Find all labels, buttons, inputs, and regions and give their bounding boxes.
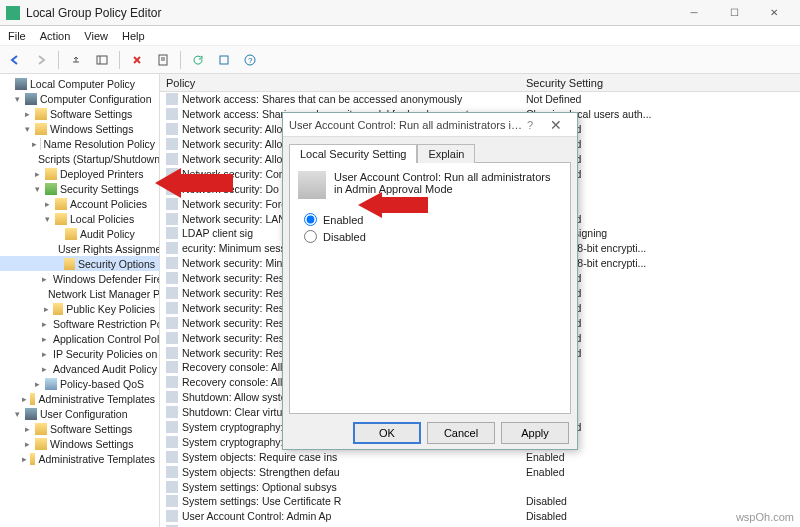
close-button[interactable]: ✕ (754, 1, 794, 25)
dialog-close-button[interactable]: ✕ (541, 117, 571, 133)
tree-expand-icon[interactable]: ▸ (32, 169, 42, 179)
tree-expand-icon[interactable]: ▸ (42, 274, 47, 284)
tree-node[interactable]: ▸Policy-based QoS (0, 376, 159, 391)
tree-node[interactable]: Scripts (Startup/Shutdown) (0, 151, 159, 166)
tree-node[interactable]: ▸Account Policies (0, 196, 159, 211)
tree-expand-icon[interactable]: ▸ (42, 319, 47, 329)
list-item[interactable]: User Account Control: Admin ApDisabled (160, 509, 800, 524)
policy-icon (166, 436, 178, 448)
tree-expand-icon[interactable]: ▸ (32, 379, 42, 389)
title-bar: Local Group Policy Editor ─ ☐ ✕ (0, 0, 800, 26)
list-item[interactable]: System settings: Use Certificate RDisabl… (160, 494, 800, 509)
tree-node[interactable]: ▸Public Key Policies (0, 301, 159, 316)
refresh-button[interactable] (187, 49, 209, 71)
dialog-help-button[interactable]: ? (527, 119, 533, 131)
forward-button[interactable] (30, 49, 52, 71)
tree-expand-icon[interactable]: ▸ (42, 349, 47, 359)
ok-button[interactable]: OK (353, 422, 421, 444)
list-item[interactable]: System objects: Strengthen defauEnabled (160, 464, 800, 479)
tree-icon (40, 138, 41, 150)
column-security-setting[interactable]: Security Setting (520, 77, 800, 89)
tree-expand-icon[interactable]: ▸ (42, 304, 50, 314)
tree-label: Scripts (Startup/Shutdown) (38, 153, 160, 165)
tree-expand-icon[interactable]: ▸ (22, 394, 27, 404)
apply-button[interactable]: Apply (501, 422, 569, 444)
help-button[interactable]: ? (239, 49, 261, 71)
tree-expand-icon[interactable]: ▾ (42, 214, 52, 224)
delete-button[interactable] (126, 49, 148, 71)
tree-node[interactable]: ▾Computer Configuration (0, 91, 159, 106)
tree-node[interactable]: ▸Advanced Audit Policy Config (0, 361, 159, 376)
tree-node[interactable]: ▸Application Control Policies (0, 331, 159, 346)
properties-button[interactable] (152, 49, 174, 71)
list-item[interactable]: System settings: Optional subsys (160, 479, 800, 494)
tree-node[interactable]: ▸Software Settings (0, 106, 159, 121)
tree-label: Local Policies (70, 213, 134, 225)
list-item[interactable]: Network access: Shares that can be acces… (160, 92, 800, 107)
tree-label: Computer Configuration (40, 93, 151, 105)
tree-node[interactable]: ▸Name Resolution Policy (0, 136, 159, 151)
dialog-policy-name: User Account Control: Run all administra… (334, 171, 562, 195)
tree-expand-icon[interactable]: ▸ (32, 139, 37, 149)
menu-file[interactable]: File (8, 30, 26, 42)
minimize-button[interactable]: ─ (674, 1, 714, 25)
tree-node[interactable]: ▾User Configuration (0, 406, 159, 421)
column-policy[interactable]: Policy (160, 77, 520, 89)
tab-explain[interactable]: Explain (417, 144, 475, 163)
tree-expand-icon[interactable]: ▾ (12, 409, 22, 419)
menu-view[interactable]: View (84, 30, 108, 42)
tree-label: Software Settings (50, 108, 132, 120)
tree-node[interactable]: ▾Security Settings (0, 181, 159, 196)
policy-icon (166, 347, 178, 359)
radio-disabled[interactable]: Disabled (304, 230, 562, 243)
tree-node[interactable]: ▸IP Security Policies on Local C (0, 346, 159, 361)
maximize-button[interactable]: ☐ (714, 1, 754, 25)
back-button[interactable] (4, 49, 26, 71)
tree-expand-icon[interactable]: ▸ (42, 364, 47, 374)
tree-node[interactable]: ▸Software Restriction Policies (0, 316, 159, 331)
radio-disabled-input[interactable] (304, 230, 317, 243)
tree-label: Security Options (78, 258, 155, 270)
radio-enabled-input[interactable] (304, 213, 317, 226)
tree-expand-icon[interactable]: ▸ (22, 109, 32, 119)
show-hide-tree-button[interactable] (91, 49, 113, 71)
tree-icon (15, 78, 27, 90)
tree-expand-icon[interactable]: ▸ (42, 334, 47, 344)
tree-node[interactable]: Audit Policy (0, 226, 159, 241)
tree-node[interactable]: Security Options (0, 256, 159, 271)
dialog-title-bar[interactable]: User Account Control: Run all administra… (283, 113, 577, 137)
tree-expand-icon[interactable]: ▾ (12, 94, 22, 104)
policy-icon (166, 332, 178, 344)
navigation-tree[interactable]: Local Computer Policy▾Computer Configura… (0, 74, 160, 527)
tab-local-security-setting[interactable]: Local Security Setting (289, 144, 417, 163)
radio-enabled[interactable]: Enabled (304, 213, 562, 226)
tree-expand-icon[interactable]: ▸ (22, 424, 32, 434)
up-button[interactable] (65, 49, 87, 71)
dialog-tab-content: User Account Control: Run all administra… (289, 162, 571, 414)
tree-expand-icon[interactable]: ▾ (22, 124, 32, 134)
tree-node[interactable]: ▸Software Settings (0, 421, 159, 436)
tree-node[interactable]: ▸Windows Settings (0, 436, 159, 451)
tree-node[interactable]: ▾Local Policies (0, 211, 159, 226)
tree-label: Application Control Policies (53, 333, 160, 345)
tree-node[interactable]: User Rights Assignment (0, 241, 159, 256)
tree-label: Policy-based QoS (60, 378, 144, 390)
tree-expand-icon[interactable]: ▾ (32, 184, 42, 194)
tree-node[interactable]: ▸Administrative Templates (0, 391, 159, 406)
tree-node[interactable]: ▾Windows Settings (0, 121, 159, 136)
menu-help[interactable]: Help (122, 30, 145, 42)
menu-action[interactable]: Action (40, 30, 71, 42)
tree-node[interactable]: ▸Deployed Printers (0, 166, 159, 181)
tree-expand-icon[interactable]: ▸ (22, 439, 32, 449)
tree-expand-icon[interactable]: ▸ (22, 454, 27, 464)
tree-icon (45, 168, 57, 180)
export-button[interactable] (213, 49, 235, 71)
tree-node[interactable]: ▸Administrative Templates (0, 451, 159, 466)
policy-icon (298, 171, 326, 199)
tree-node[interactable]: Local Computer Policy (0, 76, 159, 91)
tree-expand-icon[interactable]: ▸ (42, 199, 52, 209)
tree-node[interactable]: Network List Manager Policies (0, 286, 159, 301)
tree-node[interactable]: ▸Windows Defender Firewall with (0, 271, 159, 286)
tree-icon (55, 213, 67, 225)
cancel-button[interactable]: Cancel (427, 422, 495, 444)
